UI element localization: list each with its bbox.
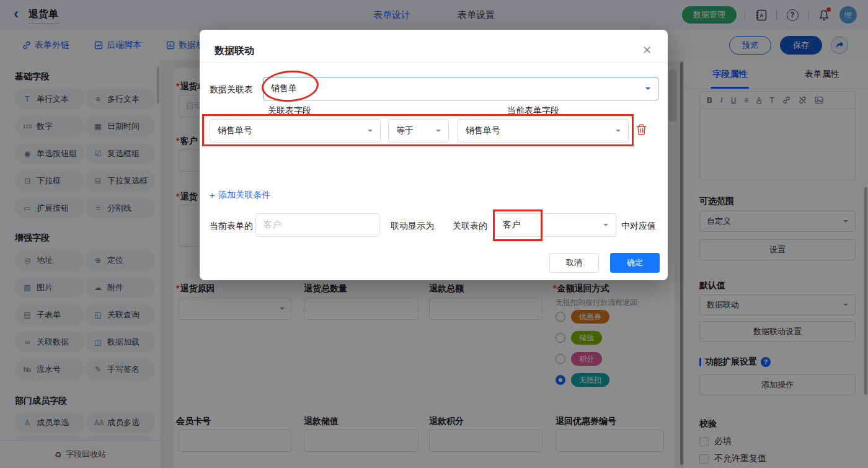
close-icon[interactable]: ✕: [642, 43, 652, 57]
confirm-button[interactable]: 确定: [610, 253, 660, 273]
delete-condition-icon[interactable]: [636, 124, 647, 135]
chevron-down-icon: [616, 130, 621, 135]
column-header-relation-field: 关联表字段: [268, 105, 311, 117]
condition-right-select[interactable]: 销售单号: [458, 119, 629, 143]
data-linkage-modal: 数据联动 ✕ 数据关联表 销售单 关联表字段 当前表单字段 销售单号 等于 销售…: [200, 30, 668, 280]
linkage-display-label: 联动显示为: [391, 221, 434, 232]
modal-title: 数据联动: [215, 45, 254, 58]
condition-operator-select[interactable]: 等于: [388, 119, 449, 143]
add-icon: +: [210, 190, 215, 200]
condition-left-select[interactable]: 销售单号: [210, 119, 381, 143]
divider: [200, 62, 668, 63]
cancel-button[interactable]: 取消: [549, 253, 599, 273]
relation-table-label: 数据关联表: [210, 84, 253, 95]
corresponding-value-label: 中对应值: [621, 221, 656, 232]
current-form-prefix-label: 当前表单的: [210, 221, 253, 232]
column-header-current-field: 当前表单字段: [507, 105, 559, 117]
add-condition-link[interactable]: + 添加关联条件: [210, 190, 270, 201]
chevron-down-icon: [436, 130, 441, 135]
form-designer-app: ‹ 退货单 表单设计 表单设置 数据管理 A ? 理: [0, 0, 868, 468]
chevron-down-icon: [368, 130, 373, 135]
relation-display-field-select[interactable]: 客户: [495, 213, 616, 237]
relation-table-of-label: 关联表的: [453, 221, 487, 232]
chevron-down-icon: [603, 224, 608, 229]
chevron-down-icon: [645, 87, 650, 92]
current-form-field-input[interactable]: 客户: [255, 213, 379, 237]
relation-table-select[interactable]: 销售单: [263, 77, 658, 100]
